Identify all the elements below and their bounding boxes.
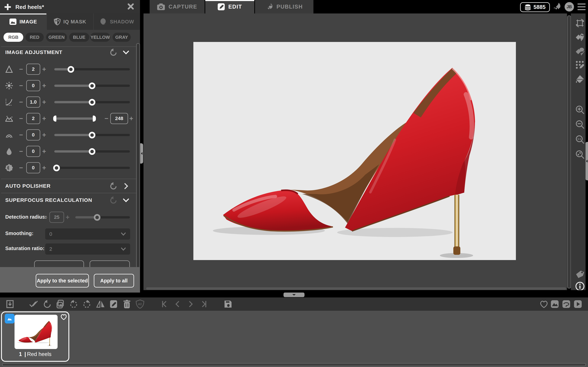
fill-bucket-icon[interactable] (575, 74, 585, 84)
last-frame-icon[interactable] (199, 299, 209, 309)
tag-icon[interactable] (575, 269, 585, 279)
crop-rotate-icon[interactable] (575, 18, 585, 28)
pattern-edit-icon[interactable] (575, 60, 585, 70)
panel-tab-image[interactable]: IMAGE (0, 13, 46, 30)
sharpness-value[interactable]: 2 (26, 64, 40, 75)
detection-radius-increase-button[interactable]: + (64, 213, 71, 221)
white-point-decrease-button[interactable]: − (103, 115, 110, 122)
edit-image-icon[interactable] (109, 299, 119, 309)
collapse-left-panel-handle[interactable] (140, 143, 143, 164)
rotation-360-icon[interactable] (562, 299, 571, 309)
smoothing-select[interactable]: 0 (45, 228, 130, 240)
saturation-value[interactable]: 0 (26, 146, 40, 157)
previous-frame-icon[interactable] (173, 299, 182, 309)
reset-adjustments-icon[interactable] (109, 48, 118, 57)
expand-auto-polisher-icon[interactable] (123, 183, 129, 190)
gamma-value[interactable]: 1.0 (26, 96, 40, 108)
vibrance-decrease-button[interactable]: − (17, 164, 25, 172)
save-icon[interactable] (223, 299, 233, 309)
saturation-decrease-button[interactable]: − (17, 148, 25, 155)
brightness-slider[interactable] (54, 84, 130, 87)
expand-right-panel-handle[interactable] (585, 142, 588, 180)
apply-to-selected-button[interactable]: Apply to the selected (36, 274, 89, 287)
next-frame-icon[interactable] (186, 299, 196, 309)
sharpness-slider[interactable] (54, 68, 130, 70)
menu-icon[interactable] (578, 3, 586, 10)
levels-decrease-button[interactable]: − (17, 115, 25, 122)
canvas-vertical-scrollbar[interactable] (567, 15, 571, 289)
video-mode-icon[interactable] (573, 299, 583, 309)
flip-horizontal-icon[interactable] (96, 299, 105, 309)
zoom-in-icon[interactable] (575, 105, 585, 115)
credits-counter[interactable]: 5885 (520, 2, 550, 12)
canvas-horizontal-scrollbar[interactable] (146, 287, 566, 290)
white-point-value[interactable]: 248 (110, 113, 128, 124)
import-icon[interactable] (5, 299, 15, 309)
photo-mode-icon[interactable] (550, 299, 560, 309)
channel-blue[interactable]: BLUE (69, 33, 89, 42)
zoom-fit-icon[interactable] (575, 150, 585, 159)
filmstrip-item-selected[interactable]: 1 |Red heels (1, 311, 69, 362)
apply-to-all-button[interactable]: Apply to all (94, 274, 134, 287)
gamma-decrease-button[interactable]: − (17, 98, 25, 106)
gamma-increase-button[interactable]: + (41, 98, 48, 106)
delete-icon[interactable] (122, 299, 132, 309)
haze-slider[interactable] (54, 134, 130, 136)
levels-increase-button[interactable]: + (41, 115, 48, 122)
product-stage[interactable] (193, 42, 516, 260)
rotate-ccw-icon[interactable] (69, 299, 78, 309)
ai-mask-shield-icon[interactable]: AI (135, 299, 145, 309)
brightness-decrease-button[interactable]: − (17, 82, 25, 90)
zoom-out-icon[interactable] (575, 119, 585, 129)
send-rocket-icon[interactable] (553, 2, 561, 11)
undo-icon[interactable] (43, 299, 52, 309)
panel-tab-shadow[interactable]: SHADOW (94, 13, 140, 30)
channel-rgb[interactable]: RGB (3, 33, 23, 42)
saturation-slider[interactable] (54, 150, 130, 153)
haze-decrease-button[interactable]: − (17, 131, 25, 139)
detection-radius-decrease-button[interactable]: − (42, 213, 49, 221)
vibrance-slider[interactable] (54, 167, 130, 169)
reset-superfocus-icon[interactable] (109, 196, 118, 205)
detection-radius-value[interactable]: 25 (49, 212, 64, 223)
levels-range-high-handle[interactable] (93, 116, 96, 122)
gamma-slider[interactable] (54, 101, 130, 103)
vibrance-value[interactable]: 0 (26, 162, 40, 173)
channel-red[interactable]: RED (25, 33, 44, 42)
close-icon[interactable] (127, 3, 134, 10)
collapse-adjustments-icon[interactable] (122, 50, 130, 55)
duplicate-icon[interactable] (56, 299, 65, 309)
haze-value[interactable]: 0 (26, 129, 40, 141)
add-icon[interactable] (4, 3, 12, 11)
white-point-increase-button[interactable]: + (128, 115, 135, 122)
saturation-ratio-select[interactable]: 2 (45, 243, 130, 255)
favorite-heart-icon[interactable] (60, 313, 68, 321)
collapse-filmstrip-handle[interactable] (284, 292, 304, 297)
brightness-value[interactable]: 0 (26, 80, 40, 91)
levels-range-low-handle[interactable] (53, 116, 56, 122)
panel-scrollbar[interactable] (136, 43, 140, 281)
tab-publish[interactable]: PUBLISH (255, 0, 313, 13)
filmstrip-scrollbar[interactable] (2, 363, 586, 366)
sharpness-increase-button[interactable]: + (41, 65, 48, 73)
first-frame-icon[interactable] (159, 299, 169, 309)
info-icon[interactable] (575, 281, 585, 291)
eraser-icon[interactable] (575, 46, 585, 56)
panel-tab-iq-mask[interactable]: IQ MASK (47, 13, 93, 30)
brightness-increase-button[interactable]: + (41, 82, 48, 90)
channel-gray[interactable]: GRAY (112, 33, 131, 42)
vibrance-increase-button[interactable]: + (41, 164, 48, 172)
tab-capture[interactable]: CAPTURE (150, 0, 205, 13)
avatar[interactable]: JB (564, 2, 574, 12)
haze-increase-button[interactable]: + (41, 131, 48, 139)
reset-auto-polisher-icon[interactable] (109, 182, 118, 191)
channel-yellow[interactable]: YELLOW (90, 33, 110, 42)
tab-edit[interactable]: EDIT (205, 0, 254, 13)
select-all-check-icon[interactable] (29, 299, 39, 309)
collapse-superfocus-icon[interactable] (122, 198, 130, 203)
zoom-1-1-icon[interactable]: 1:1 (575, 134, 585, 144)
saturation-increase-button[interactable]: + (41, 148, 48, 155)
levels-value[interactable]: 2 (26, 113, 40, 124)
sharpness-decrease-button[interactable]: − (17, 65, 25, 73)
rotate-cw-icon[interactable] (82, 299, 92, 309)
